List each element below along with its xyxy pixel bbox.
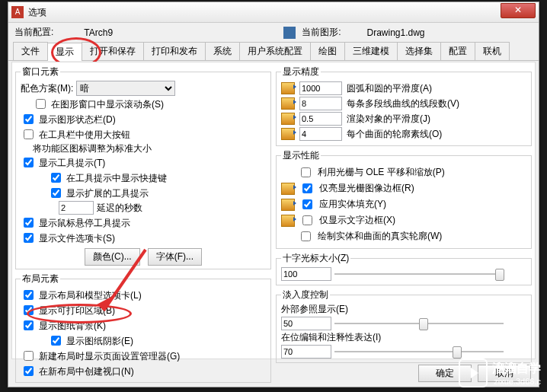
cb-ext-tooltip[interactable] <box>51 188 61 198</box>
profile-icon <box>281 128 295 140</box>
group-fade-control: 淡入度控制 外部参照显示(E) 在位编辑和注释性表达(I) <box>276 288 532 363</box>
color-scheme-label: 配色方案(M): <box>21 82 73 94</box>
tab-user-pref[interactable]: 用户系统配置 <box>239 42 311 60</box>
tab-selection[interactable]: 选择集 <box>397 42 441 60</box>
options-dialog: A 选项 ✕ 当前配置: TArch9 当前图形: Drawing1.dwg 文… <box>8 2 539 387</box>
group-display-performance: 显示性能 利用光栅与 OLE 平移和缩放(P) 仅亮显光栅图像边框(R) 应用实… <box>276 149 532 249</box>
profile-icon <box>281 97 295 110</box>
arc-smooth-input[interactable] <box>299 81 342 95</box>
lbl-ribbon-std: 将功能区图标调整为标准大小 <box>33 142 152 155</box>
polyline-seg-input[interactable] <box>299 97 342 110</box>
color-scheme-select[interactable]: 暗 <box>76 81 175 96</box>
cb-tooltip-shortcut[interactable] <box>51 173 61 183</box>
current-profile-value: TArch9 <box>84 27 113 38</box>
xref-fade-input[interactable] <box>281 317 331 330</box>
current-drawing-value: Drawing1.dwg <box>366 27 424 38</box>
cb-paper-shadow[interactable] <box>51 336 61 346</box>
crosshair-size-input[interactable] <box>281 267 331 281</box>
group-crosshair: 十字光标大小(Z) <box>276 252 532 285</box>
cb-pan-raster[interactable] <box>301 167 311 177</box>
app-icon: A <box>11 6 24 18</box>
cb-solid-fill[interactable] <box>302 199 312 209</box>
group-window-legend: 窗口元素 <box>21 65 60 78</box>
cb-layout-tabs[interactable] <box>24 290 34 300</box>
cb-tooltips[interactable] <box>24 158 34 167</box>
watermark: 溜溜自学 zixue.3d66.c <box>459 359 541 387</box>
group-perf-legend: 显示性能 <box>281 149 321 162</box>
cb-large-buttons[interactable] <box>24 129 34 139</box>
cb-highlight-frame[interactable] <box>302 183 312 193</box>
close-button[interactable]: ✕ <box>501 3 536 18</box>
cb-paper-bg[interactable] <box>24 320 34 330</box>
profile-icon <box>281 183 295 195</box>
xref-fade-slider[interactable] <box>334 323 504 324</box>
group-crosshair-legend: 十字光标大小(Z) <box>281 252 350 265</box>
profile-icon <box>281 113 295 125</box>
fonts-button[interactable]: 字体(F)... <box>148 248 202 266</box>
inplace-fade-label: 在位编辑和注释性表达(I) <box>281 331 526 344</box>
config-row: 当前配置: TArch9 当前图形: Drawing1.dwg <box>8 23 539 42</box>
cb-printable-area[interactable] <box>24 305 34 315</box>
tab-3d[interactable]: 三维建模 <box>344 42 398 60</box>
tab-display[interactable]: 显示 <box>47 43 82 61</box>
dialog-titlebar: A 选项 ✕ <box>8 2 539 23</box>
tab-open-save[interactable]: 打开和保存 <box>82 42 144 60</box>
cb-status-bar[interactable] <box>24 114 34 124</box>
cb-true-silhouette[interactable] <box>301 231 311 241</box>
inplace-fade-slider[interactable] <box>334 351 504 352</box>
dwg-icon <box>283 27 296 39</box>
cb-text-frame[interactable] <box>302 215 312 225</box>
tab-system[interactable]: 系统 <box>205 42 240 60</box>
tab-profiles[interactable]: 配置 <box>440 42 475 60</box>
profile-icon <box>281 199 295 211</box>
tab-file[interactable]: 文件 <box>13 42 48 60</box>
group-fade-legend: 淡入度控制 <box>281 288 330 301</box>
profile-icon <box>281 82 295 94</box>
colors-button[interactable]: 颜色(C)... <box>85 248 140 266</box>
tooltip-delay-label: 延迟的秒数 <box>97 202 142 214</box>
group-window-elements: 窗口元素 配色方案(M): 暗 在图形窗口中显示滚动条(S) 显示图形状态栏(D… <box>15 65 271 269</box>
crosshair-slider[interactable] <box>334 273 504 275</box>
cb-file-tabs[interactable] <box>24 233 34 243</box>
group-layout-elements: 布局元素 显示布局和模型选项卡(L) 显示可打印区域(B) 显示图纸背景(K) … <box>15 272 271 383</box>
profile-icon <box>281 215 295 227</box>
cb-scrollbars[interactable] <box>36 99 46 109</box>
current-profile-label: 当前配置: <box>14 26 53 39</box>
tab-drafting[interactable]: 绘图 <box>310 42 345 60</box>
play-icon <box>459 359 488 387</box>
inplace-fade-input[interactable] <box>281 345 331 359</box>
tab-content: 窗口元素 配色方案(M): 暗 在图形窗口中显示滚动条(S) 显示图形状态栏(D… <box>11 62 536 359</box>
tab-online[interactable]: 联机 <box>475 42 510 60</box>
tab-plot[interactable]: 打印和发布 <box>143 42 206 60</box>
group-display-resolution: 显示精度 圆弧和圆的平滑度(A) 每条多段线曲线的线段数(V) 渲染对象的平滑度… <box>276 65 532 146</box>
cb-create-viewport[interactable] <box>24 366 34 376</box>
xref-fade-label: 外部参照显示(E) <box>281 303 526 316</box>
tooltip-delay-input[interactable] <box>59 201 94 215</box>
group-layout-legend: 布局元素 <box>21 272 60 285</box>
tab-strip: 文件 显示 打开和保存 打印和发布 系统 用户系统配置 绘图 三维建模 选择集 … <box>8 42 539 61</box>
cb-hover-tooltip[interactable] <box>24 218 34 228</box>
dialog-title: 选项 <box>28 6 46 19</box>
render-smooth-input[interactable] <box>299 112 342 126</box>
contour-lines-input[interactable] <box>299 127 342 141</box>
cb-page-setup[interactable] <box>24 351 34 361</box>
current-drawing-label: 当前图形: <box>302 26 341 39</box>
group-res-legend: 显示精度 <box>281 65 321 78</box>
